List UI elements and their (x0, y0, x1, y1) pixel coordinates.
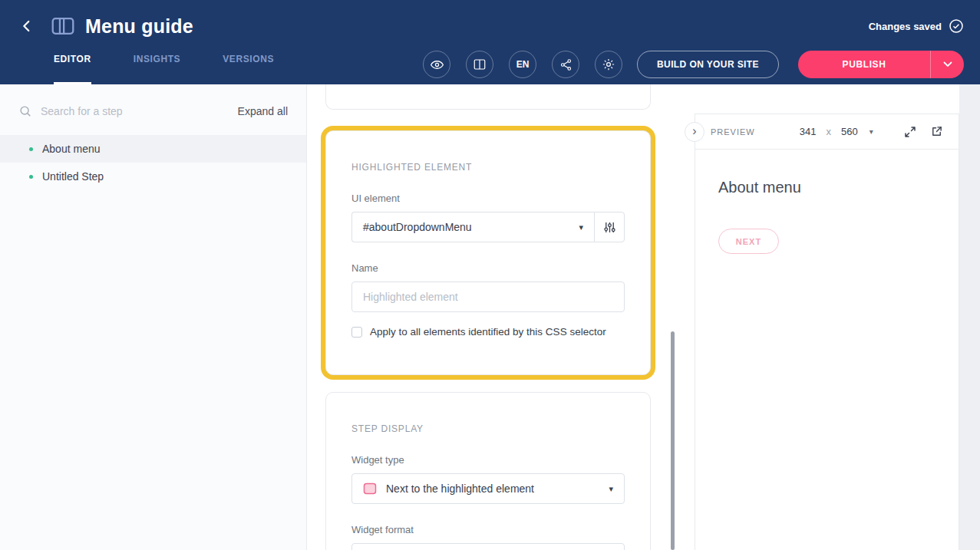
save-status: Changes saved (869, 18, 964, 34)
header-tabs: EDITOR INSIGHTS VERSIONS (54, 44, 274, 84)
preview-card: PREVIEW 341 x 560 ▾ (695, 114, 959, 550)
expand-all-link[interactable]: Expand all (238, 105, 288, 117)
step-item-about-menu[interactable]: About menu (0, 135, 306, 163)
share-button[interactable] (552, 51, 579, 78)
chevron-left-icon (18, 18, 35, 35)
widget-format-select[interactable]: ▾ (351, 543, 625, 550)
logo-icon (51, 17, 74, 35)
header: Menu guide Changes saved EDITOR INSIGHTS… (0, 0, 980, 84)
preview-width: 341 (800, 126, 817, 137)
ui-element-label: UI element (351, 193, 625, 204)
tab-insights[interactable]: INSIGHTS (134, 44, 180, 84)
header-icon-buttons: EN (423, 51, 622, 78)
widget-format-label: Widget format (351, 524, 625, 535)
chevron-down-icon: ▾ (579, 222, 583, 232)
panel-gutter (959, 84, 980, 550)
header-toolbar: EDITOR INSIGHTS VERSIONS EN (0, 44, 980, 84)
settings-button[interactable] (595, 51, 622, 78)
layout-button[interactable] (466, 51, 493, 78)
main-area: Expand all About menu Untitled Step HIGH… (0, 84, 980, 550)
fullscreen-button[interactable] (903, 125, 917, 139)
preview-label: PREVIEW (711, 127, 755, 137)
preview-size-dropdown[interactable]: 341 x 560 ▾ (800, 126, 873, 137)
step-status-dot (29, 175, 33, 179)
size-separator: x (826, 126, 831, 137)
gear-icon (602, 58, 615, 71)
highlighted-element-card: HIGHLIGHTED ELEMENT UI element #aboutDro… (325, 130, 651, 375)
search-icon (18, 104, 32, 118)
ui-element-select[interactable]: #aboutDropdownMenu ▾ (351, 212, 594, 242)
step-display-card: STEP DISPLAY Widget type Next to the hig… (325, 392, 651, 550)
step-item-untitled-step[interactable]: Untitled Step (0, 163, 306, 190)
step-search-input[interactable] (41, 105, 186, 117)
header-top: Menu guide Changes saved (0, 0, 980, 44)
preview-next-button[interactable]: NEXT (718, 229, 779, 254)
name-label: Name (351, 262, 625, 274)
preview-eye-button[interactable] (423, 51, 450, 78)
eye-icon (430, 58, 444, 72)
steps-sidebar: Expand all About menu Untitled Step (0, 84, 307, 550)
chevron-down-icon: ▾ (869, 127, 873, 136)
open-in-new-icon (930, 125, 943, 138)
apply-all-label: Apply to all elements identified by this… (370, 326, 606, 338)
publish-split-button: PUBLISH (798, 51, 964, 78)
build-on-your-site-button[interactable]: BUILD ON YOUR SITE (637, 51, 779, 78)
ui-element-value: #aboutDropdownMenu (363, 221, 472, 233)
step-item-label: About menu (42, 143, 101, 155)
apply-all-row: Apply to all elements identified by this… (351, 326, 625, 338)
preview-header: PREVIEW 341 x 560 ▾ (695, 114, 959, 150)
language-button[interactable]: EN (509, 51, 536, 78)
step-list: About menu Untitled Step (0, 135, 306, 190)
section-heading: HIGHLIGHTED ELEMENT (351, 162, 625, 173)
step-item-label: Untitled Step (42, 170, 104, 183)
preview-panel: › PREVIEW 341 x 560 ▾ (695, 84, 980, 550)
save-status-label: Changes saved (869, 21, 942, 32)
widget-type-label: Widget type (351, 454, 625, 466)
sliders-icon (603, 221, 616, 234)
layout-icon (473, 58, 487, 71)
apply-all-checkbox[interactable] (351, 327, 362, 338)
chevron-down-icon: ▾ (609, 484, 613, 494)
publish-dropdown-button[interactable] (930, 51, 964, 78)
preview-step-title: About menu (718, 179, 935, 196)
highlighted-element-name-input[interactable] (351, 282, 625, 312)
check-circle-icon (949, 18, 964, 34)
widget-icon (363, 482, 377, 496)
share-icon (559, 58, 572, 71)
language-label: EN (516, 59, 530, 70)
tab-versions[interactable]: VERSIONS (223, 44, 274, 84)
fullscreen-icon (903, 125, 917, 139)
widget-type-select[interactable]: Next to the highlighted element ▾ (351, 473, 625, 504)
collapse-panel-button[interactable]: › (685, 122, 704, 142)
section-heading: STEP DISPLAY (351, 423, 625, 434)
step-search-row: Expand all (0, 84, 306, 118)
widget-type-value: Next to the highlighted element (386, 482, 534, 495)
editor-scrollbar[interactable] (671, 331, 675, 550)
back-button[interactable] (16, 15, 38, 37)
previous-settings-card (325, 84, 651, 110)
preview-body: About menu NEXT (695, 150, 959, 283)
editor-canvas: HIGHLIGHTED ELEMENT UI element #aboutDro… (307, 84, 695, 550)
open-in-new-button[interactable] (930, 125, 943, 138)
publish-button[interactable]: PUBLISH (798, 51, 930, 78)
element-picker-settings-button[interactable] (594, 212, 625, 242)
chevron-down-icon (943, 61, 952, 68)
tab-editor[interactable]: EDITOR (54, 44, 91, 84)
preview-height: 560 (841, 126, 858, 137)
page-title: Menu guide (85, 15, 193, 38)
step-status-dot (29, 147, 33, 151)
